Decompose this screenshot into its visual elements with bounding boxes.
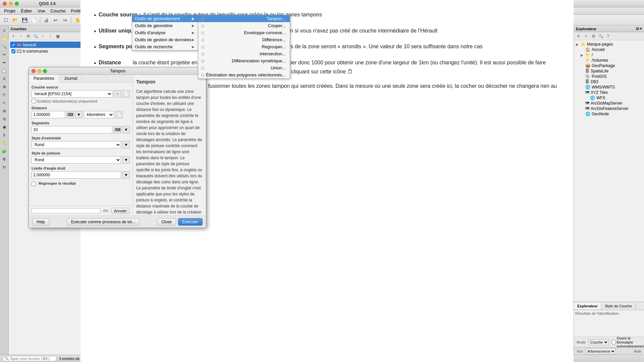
undo-btn[interactable]: ↩ [51,16,60,24]
sidebar-label-icon[interactable]: A [1,75,8,82]
explorer-close-icon[interactable]: ✕ [639,27,642,31]
param-couche-source-btn1[interactable]: − [114,90,121,98]
tree-item-spatialite[interactable]: 🗄SpatiaLite [575,68,643,74]
help-btn[interactable]: Help [32,218,49,226]
sidebar-measure-icon[interactable]: 📏 [1,139,8,147]
param-style-extremite-select[interactable]: Rond Plat Carré [32,141,121,148]
tree-item-xyz-tiles[interactable]: 🗺XYZ Tiles [575,90,643,95]
param-limite-angle-input[interactable] [32,171,121,179]
param-distance-unit-select[interactable]: kilomètres mètres [84,111,114,118]
tree-item-db2[interactable]: 🗄DB2 [575,79,643,84]
layers-filter-btn[interactable]: ⚙ [25,33,32,40]
print-btn[interactable]: 🖨 [42,16,51,24]
tree-item-volumes[interactable]: 📁/Volumes [575,58,643,63]
dialog-close-btn[interactable] [32,69,36,73]
tree-item-accueil[interactable]: 🏠Accueil [575,47,643,52]
layers-add-btn[interactable]: + [10,33,17,40]
sidebar-plugins-icon[interactable]: 🧩 [1,147,8,155]
layer-herault-checkbox[interactable] [11,43,15,47]
sidebar-zoomin-icon[interactable]: ⊕ [1,107,8,115]
layers-down-btn[interactable]: ↓ [47,33,54,40]
sidebar-search-icon[interactable]: 🔍 [1,43,8,50]
tree-item-arcgis-featureserver[interactable]: 🗺ArcGisFeatureServer [575,106,643,111]
menu-outils-geometrie[interactable]: Outils de géométrie ▶ [132,22,199,29]
layer-lr-communes-checkbox[interactable] [11,49,15,53]
submenu-intersection[interactable]: ◎ Intersection... [198,50,290,57]
explorer-collapse-icon[interactable]: ⊟ [636,27,639,31]
tree-item-geonode[interactable]: 🌐GeoNode [575,111,643,117]
search-input[interactable] [10,357,55,361]
menu-editer[interactable]: Éditer [18,8,35,14]
sidebar-zoom-layer-icon[interactable]: ◉ [1,123,8,131]
layers-group-btn[interactable]: ▣ [54,33,61,40]
tampon-tab-parametres[interactable]: Paramètres [29,75,59,82]
tree-item-geopackage[interactable]: 📦GeoPackage [575,63,643,68]
param-regrouper-checkbox[interactable] [32,182,36,186]
layer-lr-communes[interactable]: lr-communes [10,48,88,54]
tree-item-arcgis-mapserver[interactable]: 🗺ArcGisMapServer [575,101,643,106]
dialog-minimize-btn[interactable] [37,69,41,73]
sidebar-browser-icon[interactable]: 📁 [1,35,8,42]
menu-couche[interactable]: Couche [48,8,68,14]
menu-outils-gestion[interactable]: Outils de gestion de données ▶ [132,36,199,43]
explorer-help-btn[interactable]: ? [605,33,611,40]
save-as-btn[interactable]: 📄 [30,16,38,24]
sidebar-pan-icon[interactable]: ☩ [1,91,8,99]
cancel-btn[interactable]: Annuler [111,208,130,214]
menu-outils-analyse[interactable]: Outils d'analyse ▶ [132,29,199,36]
param-distance-formula-btn[interactable]: ⌨ [66,111,74,118]
close-btn[interactable]: Close [157,218,176,226]
explorer-add-btn[interactable]: + [583,33,589,40]
param-distance-extra-btn[interactable]: 📄 [115,111,123,118]
tree-item-root[interactable]: ▶📁/ [575,52,643,58]
layers-search-btn[interactable]: 🔍 [32,33,39,40]
param-entites-checkbox[interactable] [32,99,36,103]
vue-select[interactable]: Arborescence [586,348,616,354]
submenu-difference[interactable]: ◎ Différence... [198,36,290,43]
param-distance-arrow-btn[interactable]: ▼ [75,111,83,118]
layers-remove-btn[interactable]: − [17,33,24,40]
tree-item-marque-pages[interactable]: ▶⭐Marque-pages [575,42,643,47]
sidebar-layers-icon[interactable]: ≡ [1,27,8,34]
mode-select[interactable]: Couche [589,339,609,345]
execute-btn[interactable]: Exécuter [178,218,203,226]
layer-herault[interactable]: herault [10,42,88,48]
tree-item-wms-wmts[interactable]: 🌐WMS/WMTS [575,84,643,90]
close-button[interactable] [3,2,7,6]
explorer-tab-style[interactable]: Style de Couche [601,303,636,309]
sidebar-zoomout-icon[interactable]: ⊖ [1,115,8,123]
param-segments-input[interactable] [32,126,112,133]
sidebar-snapping-icon[interactable]: ⊕ [1,83,8,90]
submenu-elimination[interactable]: ◎ Élimination des polygones sélectionnés… [198,71,290,78]
param-style-jointure-select[interactable]: Rond Biseauté À onglets [32,156,121,164]
submenu-couper[interactable]: ◎ Couper... [198,22,290,29]
submenu-union[interactable]: ◎ Union... [198,64,290,71]
execute-batch-btn[interactable]: Exécuter comme processus de lot... [67,218,140,226]
open-project-btn[interactable]: 📂 [11,16,19,24]
dialog-maximize-btn[interactable] [43,69,47,73]
save-project-btn[interactable]: 💾 [20,16,29,24]
sidebar-refresh-icon[interactable]: ↻ [1,164,8,171]
explorer-filter-btn[interactable]: ⚙ [590,33,597,40]
param-segments-arrow-btn[interactable]: ▼ [122,126,130,133]
sidebar-edit-icon[interactable]: ✏ [1,51,8,58]
sidebar-identify-icon[interactable]: ℹ [1,131,8,139]
submenu-tampon[interactable]: ◎ Tampon... [198,15,290,22]
explorer-search-btn[interactable]: 🔍 [597,33,604,40]
tree-item-wfs[interactable]: 🌐WFS [575,95,643,101]
param-distance-input[interactable] [32,111,65,118]
param-couche-source-select[interactable]: herault [EPSG:2154] [32,90,112,98]
maximize-button[interactable] [15,2,19,6]
menu-vue[interactable]: Vue [35,8,48,14]
sidebar-digitize-icon[interactable]: ✒ [1,59,8,66]
submenu-regrouper[interactable]: ◎ Regrouper... [198,43,290,50]
param-limite-angle-arrow-btn[interactable]: ▼ [122,171,130,179]
menu-outils-recherche[interactable]: Outils de recherche ▶ [132,43,199,50]
submenu-diffsymetrique[interactable]: ◎ Différenciation symétrique... [198,57,290,64]
minimize-button[interactable] [9,2,13,6]
menu-projet[interactable]: Projet [1,8,18,14]
param-couche-source-btn2[interactable]: 📄 [122,90,130,98]
sidebar-processing-icon[interactable]: ⚙ [1,156,8,163]
statusbar-search[interactable]: 🔍 [3,356,56,361]
submenu-enveloppe[interactable]: ◎ Enveloppe convexe... [198,29,290,36]
